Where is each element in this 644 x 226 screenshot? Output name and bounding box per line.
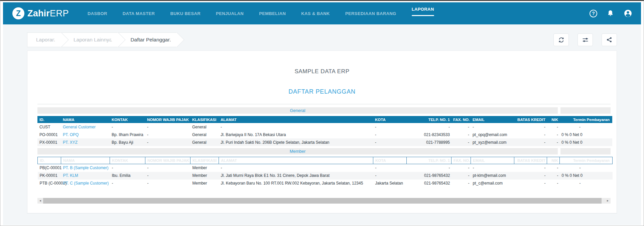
cell-kontak: Ibu. Emilia [110,172,145,180]
cell-alamat: Jl. Kebayoran Baru No. 100 RT.001 RW.002… [219,180,373,187]
refresh-button[interactable] [553,33,569,46]
column-header-klasifikasi: KLASIFIKASI [190,116,219,123]
refresh-icon [558,36,565,43]
cell-alamat: - [219,164,373,172]
company-name: SAMPLE DATA ERP [27,68,617,75]
cell-nik: - [547,180,560,187]
column-header-kontak: KONTAK [110,157,145,164]
scrollbar-track [43,198,605,204]
customer-name-link[interactable]: PT. KLM [63,173,78,178]
cell-kota: - [373,164,407,172]
scroll-right-button[interactable] [605,198,611,204]
column-header-kota: KOTA [373,157,407,164]
cell-nomor-wajib-pajak: - [145,123,190,131]
cell-nomor-wajib-pajak: - [145,172,190,180]
bell-icon [607,9,614,17]
cell-alamat: Jl. Puri Indah Sakti No. 206B Cipete Sel… [219,138,373,146]
nav-item-kas-bank[interactable]: KAS & BANK [301,11,330,16]
nav-item-laporan[interactable]: LAPORAN [412,7,434,16]
cell-nomor-wajib-pajak: - [145,164,190,172]
cell-email: pt_xyz@email.com [471,138,514,146]
cell-telp-no-1: 021-7788995 [406,138,451,146]
cell-email: - [471,123,514,131]
group-band-member: Member [37,148,611,154]
column-header-batas-kredit: BATAS KREDIT [514,157,547,164]
cell-batas-kredit: - [514,172,547,180]
top-nav: Z ZahirERP DASBORDATA MASTERBUKU BESARPE… [3,2,641,24]
brand-logo[interactable]: Z ZahirERP [12,7,69,19]
cell-telp-no-1: - [407,164,452,172]
group-band-tail [560,148,611,154]
nav-item-dasbor[interactable]: DASBOR [88,11,107,16]
account-button[interactable] [624,9,632,18]
cell-klasifikasi: Member [190,172,219,180]
cell-alamat: - [219,123,373,131]
cell-klasifikasi: Member [190,180,219,187]
column-header-termin-pembayaran: Termin Pembayaran [560,157,613,164]
cell-kontak: - [110,180,145,187]
breadcrumb-row: LaporanLaporan LainnyaDaftar Pelanggan [3,24,641,50]
column-header-id: ID. [38,157,61,164]
cell-termin-pembayaran: - [560,180,613,187]
customer-name-link[interactable]: PT. OPQ [63,132,79,137]
cell-nik: - [547,172,560,180]
scrollbar-thumb[interactable] [43,198,602,204]
cell-id: PX-00001 [37,138,61,146]
cell-termin-pembayaran: 0 % 0 Net 0 [560,172,613,180]
customer-name-link[interactable]: PT. C (Sample Customer) [63,181,109,186]
filters-button[interactable] [577,33,593,46]
nav-item-persediaan-barang[interactable]: PERSEDIAAN BARANG [345,11,396,16]
breadcrumb: LaporanLaporan LainnyaDaftar Pelanggan [27,32,177,47]
cell-kota: - [373,138,406,146]
table-row: PTB (C-00002)PT. C (Sample Customer)--Me… [38,180,613,187]
cell-alamat: Jl. Bariwjaya II No. 17A Bekasi Utara [219,131,373,138]
breadcrumb-item-laporan-lainnya[interactable]: Laporan Lainnya [61,32,118,47]
column-header-nomor-wajib-pajak: NOMOR WAJIB PAJAK [145,157,190,164]
cell-kota: Jakarta Selatan [373,180,407,187]
sliders-icon [582,36,589,43]
share-button[interactable] [602,33,617,46]
notifications-button[interactable] [607,9,614,17]
cell-id: PB(C-00001 [38,164,61,172]
cell-email: - [471,164,514,172]
cell-termin-pembayaran: - [559,123,612,131]
customer-name-link[interactable]: PT. B (Sample Customer) [63,165,109,170]
cell-id: PTB (C-00002) [38,180,61,187]
nav-item-penjualan[interactable]: PENJUALAN [216,11,244,16]
column-header-id: ID. [37,116,61,123]
cell-telp-no-1: 021-98765432 [407,180,452,187]
column-header-alamat: ALAMAT [219,157,373,164]
help-icon: ? [590,10,597,17]
zahir-logo-icon: Z [12,7,24,19]
customer-name-link[interactable]: General Customer [63,125,96,129]
breadcrumb-item-laporan[interactable]: Laporan [27,32,61,47]
cell-klasifikasi: Member [190,164,219,172]
help-button[interactable]: ? [590,10,597,17]
cell-nama: PT. KLM [61,172,110,180]
column-header-batas-kredit: BATAS KREDIT [514,116,547,123]
breadcrumb-item-daftar-pelanggan[interactable]: Daftar Pelanggan [118,32,177,47]
customer-name-link[interactable]: PT. XYZ [63,140,78,145]
nav-item-pembelian[interactable]: PEMBELIAN [259,11,286,16]
scroll-left-button[interactable] [37,198,43,204]
nav-item-data-master[interactable]: DATA MASTER [123,11,155,16]
horizontal-scrollbar [37,198,611,204]
cell-nomor-wajib-pajak: - [145,138,190,146]
cell-klasifikasi: General [190,138,219,146]
cell-telp-no-1: - [406,123,451,131]
customer-table-general: ID.NAMAKONTAKNOMOR WAJIB PAJAKKLASIFIKAS… [37,116,612,146]
main-menu: DASBORDATA MASTERBUKU BESARPENJUALANPEMB… [88,11,449,16]
cell-fax-no-1: - [452,172,471,180]
nav-item-buku-besar[interactable]: BUKU BESAR [170,11,201,16]
cell-fax-no-1: - [452,180,471,187]
report-card: SAMPLE DATA ERP DAFTAR PELANGGAN General… [27,50,617,213]
column-header-nik: NIK [547,157,560,164]
cell-kontak: - [110,123,145,131]
cell-nama: PT. OPQ [61,131,110,138]
cell-nama: PT. XYZ [61,138,110,146]
cell-klasifikasi: General [190,131,219,138]
cell-kota: - [373,172,407,180]
cell-termin-pembayaran: - [560,164,613,172]
cell-kontak: Bp. Bayu Aji [110,138,145,146]
app-window: Z ZahirERP DASBORDATA MASTERBUKU BESARPE… [0,0,644,226]
